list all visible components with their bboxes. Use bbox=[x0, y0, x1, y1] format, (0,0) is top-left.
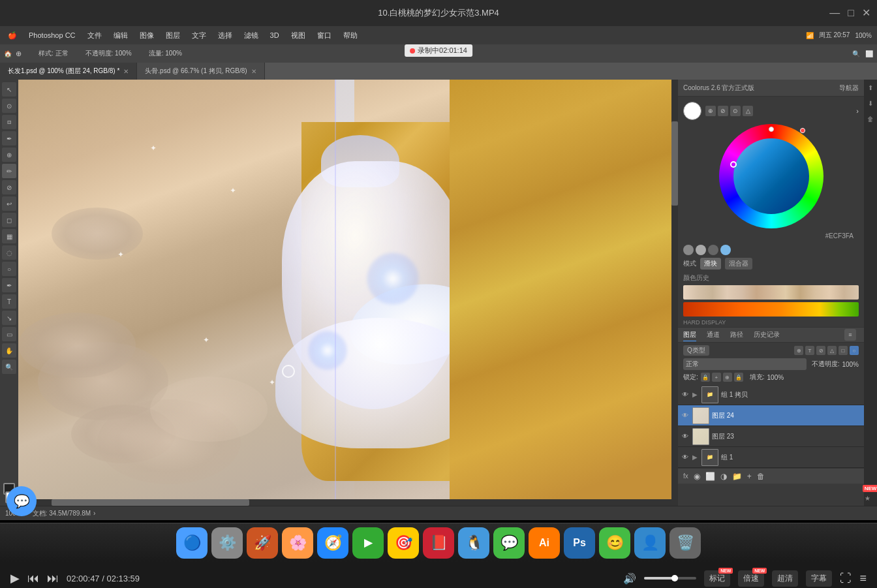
tool-eraser[interactable]: ◻ bbox=[2, 213, 16, 227]
tool-lasso[interactable]: ⊙ bbox=[2, 99, 16, 113]
system-prefs-icon[interactable]: ⚙️ bbox=[211, 527, 243, 559]
filter-icon-5[interactable]: □ bbox=[839, 346, 848, 355]
menu-help[interactable]: 帮助 bbox=[341, 29, 360, 42]
minimize-button[interactable]: — bbox=[829, 8, 840, 18]
tool-history-brush[interactable]: ↩ bbox=[2, 196, 16, 211]
icon-btn-1[interactable]: ⊕ bbox=[705, 106, 716, 116]
tool-brush[interactable]: ✏ bbox=[2, 164, 16, 178]
icon-btn-4[interactable]: △ bbox=[743, 106, 753, 116]
wheel-red-dot[interactable] bbox=[800, 128, 805, 133]
portrait-app-icon[interactable]: 👤 bbox=[634, 527, 666, 559]
launchpad-icon[interactable]: 🚀 bbox=[247, 527, 278, 559]
prev-button[interactable]: ⏮ bbox=[27, 572, 39, 585]
tab-close-2[interactable]: ✕ bbox=[251, 68, 256, 75]
tool-eyedropper[interactable]: ✒ bbox=[2, 131, 16, 146]
tool-blur[interactable]: ◌ bbox=[2, 245, 16, 260]
layer-item-group-1[interactable]: 👁 ▶ 📁 组 1 bbox=[678, 447, 864, 468]
qq-app-icon[interactable]: 🐧 bbox=[458, 527, 489, 559]
tool-path-select[interactable]: ↘ bbox=[2, 311, 16, 325]
layers-filter-type[interactable]: Q类型 bbox=[683, 345, 709, 356]
menu-view[interactable]: 视图 bbox=[288, 29, 308, 42]
tab-paths[interactable]: 路径 bbox=[730, 329, 743, 341]
wheel-white-dot[interactable] bbox=[769, 127, 774, 132]
tool-pen[interactable]: ✒ bbox=[2, 278, 16, 292]
swatch-light-gray[interactable] bbox=[696, 245, 706, 255]
layers-menu-icon[interactable]: ≡ bbox=[844, 329, 856, 341]
tool-select[interactable]: ↖ bbox=[2, 82, 16, 97]
tool-dodge[interactable]: ○ bbox=[2, 262, 16, 276]
photos-app-icon[interactable]: 🌸 bbox=[282, 527, 313, 559]
tab-layers[interactable]: 图层 bbox=[683, 329, 696, 341]
ps-layout-btn[interactable]: ⬜ bbox=[865, 50, 873, 57]
canvas-hscroll[interactable] bbox=[18, 499, 678, 506]
layer-mask[interactable]: ⬜ bbox=[705, 472, 715, 481]
star-icon[interactable]: ★ bbox=[863, 493, 873, 503]
mode-mixer-btn[interactable]: 混合器 bbox=[725, 258, 752, 270]
speed-button[interactable]: 倍速 NEW bbox=[738, 570, 764, 587]
settings-button[interactable]: ≡ bbox=[859, 572, 867, 585]
tool-type[interactable]: T bbox=[2, 294, 16, 309]
filter-icon-3[interactable]: ⊘ bbox=[816, 346, 825, 355]
filter-icon-2[interactable]: T bbox=[805, 346, 814, 355]
menu-file[interactable]: 文件 bbox=[85, 29, 104, 42]
tool-hand[interactable]: ✋ bbox=[2, 343, 16, 358]
layer-eye-group-copy[interactable]: 👁 bbox=[681, 390, 690, 399]
layers-blend-mode[interactable]: 正常 bbox=[683, 358, 807, 370]
tab-close-1[interactable]: ✕ bbox=[123, 68, 129, 75]
tab-skull[interactable]: 头骨.psd @ 66.7% (1 拷贝, RGB/8) ✕ bbox=[137, 63, 264, 80]
lock-icon-1[interactable]: 🔒 bbox=[701, 373, 710, 382]
white-circle[interactable] bbox=[683, 102, 701, 120]
tab-channels[interactable]: 通道 bbox=[707, 329, 720, 341]
layer-item-24[interactable]: 👁 图层 24 bbox=[678, 405, 864, 426]
tab-history[interactable]: 历史记录 bbox=[754, 329, 780, 341]
swatch-gray[interactable] bbox=[683, 245, 694, 255]
tool-shape[interactable]: ▭ bbox=[2, 327, 16, 341]
swatch-blue[interactable] bbox=[720, 245, 731, 255]
ps-app-icon[interactable]: Ps bbox=[564, 527, 595, 559]
layer-item-23[interactable]: 👁 图层 23 bbox=[678, 426, 864, 447]
ai-app-icon[interactable]: Ai bbox=[529, 527, 560, 559]
hscroll-thumb[interactable] bbox=[52, 499, 249, 506]
lock-icon-2[interactable]: + bbox=[712, 373, 721, 382]
quality-button[interactable]: 超清 bbox=[772, 570, 798, 587]
tool-stamp[interactable]: ⊘ bbox=[2, 180, 16, 194]
tool-zoom[interactable]: 🔍 bbox=[2, 360, 16, 374]
volume-thumb[interactable] bbox=[671, 575, 678, 581]
color-history-strip[interactable] bbox=[683, 285, 859, 300]
layer-group[interactable]: 📁 bbox=[732, 472, 742, 481]
safari-app-icon[interactable]: 🧭 bbox=[317, 527, 348, 559]
mode-slider-btn[interactable]: 滑块 bbox=[700, 258, 721, 270]
fill-value[interactable]: 100% bbox=[767, 374, 784, 381]
menu-select[interactable]: 选择 bbox=[215, 29, 235, 42]
volume-bar[interactable] bbox=[644, 577, 696, 580]
wechat-app-icon[interactable]: 💬 bbox=[493, 527, 525, 559]
layer-eye-23[interactable]: 👁 bbox=[681, 432, 690, 441]
coolorus-nav-tab[interactable]: 导航器 bbox=[839, 84, 859, 93]
new-star-btn[interactable]: NEW ★ bbox=[863, 481, 877, 503]
menu-3d[interactable]: 3D bbox=[268, 30, 282, 40]
layer-delete[interactable]: 🗑 bbox=[757, 472, 765, 481]
wheel-selector[interactable] bbox=[730, 161, 737, 168]
close-button[interactable]: ✕ bbox=[862, 8, 870, 18]
canvas-vscroll[interactable] bbox=[671, 80, 678, 499]
trash-app-icon[interactable]: 🗑️ bbox=[669, 527, 701, 559]
lock-icon-4[interactable]: 🔒 bbox=[734, 373, 743, 382]
share-icon[interactable]: ⬆ bbox=[865, 82, 876, 93]
layer-eye-24[interactable]: 👁 bbox=[681, 411, 690, 420]
tool-gradient[interactable]: ▦ bbox=[2, 229, 16, 243]
layer-item-group-copy[interactable]: 👁 ▶ 📁 组 1 拷贝 bbox=[678, 384, 864, 405]
vscroll-thumb[interactable] bbox=[671, 121, 678, 206]
ps-canvas-area[interactable]: ✦ ✦ ✦ ✦ ✦ bbox=[18, 80, 678, 506]
icon-btn-3[interactable]: ⊙ bbox=[730, 106, 741, 116]
lock-icon-3[interactable]: ⊕ bbox=[723, 373, 732, 382]
redbook-app-icon[interactable]: 📕 bbox=[423, 527, 454, 559]
home-icon[interactable]: 🏠 bbox=[4, 50, 12, 57]
menu-edit[interactable]: 编辑 bbox=[111, 29, 131, 42]
iqiyi-app-icon[interactable]: ▶ bbox=[352, 527, 384, 559]
tangent-app-icon[interactable]: 🎯 bbox=[388, 527, 419, 559]
next-button[interactable]: ⏭ bbox=[47, 572, 59, 585]
filter-icon-4[interactable]: △ bbox=[827, 346, 837, 355]
layer-add-effect[interactable]: ◉ bbox=[694, 472, 700, 481]
tab-long-hair[interactable]: 长发1.psd @ 100% (图层 24, RGB/8) * ✕ bbox=[0, 63, 137, 80]
menu-window[interactable]: 窗口 bbox=[315, 29, 334, 42]
